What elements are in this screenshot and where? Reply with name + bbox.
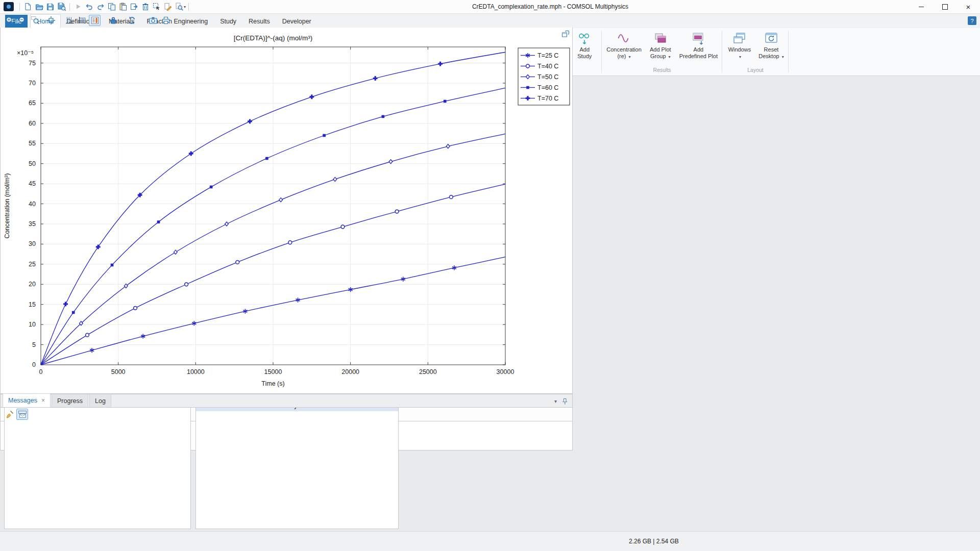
plot-update-button[interactable] bbox=[126, 15, 137, 26]
close-button[interactable]: × bbox=[957, 0, 980, 13]
svg-text:0: 0 bbox=[39, 368, 43, 375]
open-icon bbox=[35, 3, 43, 11]
tabbar-menu-icon[interactable]: ▾ bbox=[554, 398, 557, 404]
add-predefined-plot-button[interactable]: AddPredefined Plot bbox=[676, 29, 721, 67]
new-file-icon bbox=[24, 3, 32, 11]
window-title: CrEDTA_complexation_rate.mph - COMSOL Mu… bbox=[191, 3, 910, 10]
add-plot-group-button[interactable]: Add PlotGroup ▾ bbox=[645, 29, 676, 67]
ribbon-group-label: Layout bbox=[724, 67, 787, 76]
ribbon-tab-results[interactable]: Results bbox=[242, 15, 276, 28]
run-icon bbox=[75, 3, 82, 10]
windows-button[interactable]: Windows ▾ bbox=[724, 29, 755, 67]
save-button[interactable] bbox=[45, 2, 56, 12]
app-icon[interactable] bbox=[4, 2, 14, 11]
windows-icon bbox=[732, 30, 747, 46]
save-as-button[interactable] bbox=[56, 2, 67, 12]
edit-button[interactable] bbox=[162, 2, 173, 12]
title-bar: ▾ CrEDTA_complexation_rate.mph - COMSOL … bbox=[0, 0, 980, 14]
save-icon bbox=[46, 3, 54, 11]
svg-text:25: 25 bbox=[29, 261, 36, 268]
svg-text:45: 45 bbox=[29, 180, 36, 187]
select-icon bbox=[153, 3, 161, 11]
close-icon: × bbox=[966, 3, 971, 11]
svg-text:30000: 30000 bbox=[497, 368, 514, 375]
pin-icon[interactable] bbox=[561, 398, 568, 405]
show-legends-button[interactable] bbox=[89, 15, 101, 26]
svg-text:75: 75 bbox=[29, 60, 36, 67]
ribbon-group-results: Concentration(re) ▾Add PlotGroup ▾AddPre… bbox=[602, 28, 722, 76]
zoom-box-button[interactable] bbox=[29, 15, 41, 26]
svg-text:5: 5 bbox=[32, 341, 36, 348]
messages-tab-messages[interactable]: Messages× bbox=[3, 393, 51, 407]
svg-text:30: 30 bbox=[29, 240, 36, 247]
ribbon-tab-study[interactable]: Study bbox=[214, 15, 242, 28]
svg-text:T=40 C: T=40 C bbox=[537, 63, 558, 70]
paste-icon bbox=[119, 3, 127, 11]
y-axis-manual-button[interactable] bbox=[76, 15, 88, 26]
search-button[interactable] bbox=[174, 2, 184, 12]
ribbon-tab-developer[interactable]: Developer bbox=[276, 15, 317, 28]
svg-text:60: 60 bbox=[29, 120, 36, 127]
messages-tab-progress[interactable]: Progress bbox=[52, 394, 88, 407]
clear-messages-button[interactable] bbox=[4, 409, 15, 420]
copy-button[interactable] bbox=[106, 2, 117, 12]
svg-text:25000: 25000 bbox=[419, 368, 437, 375]
zoom-extents-button[interactable] bbox=[45, 15, 57, 26]
maximize-button[interactable] bbox=[933, 0, 957, 13]
svg-text:40: 40 bbox=[29, 201, 36, 208]
svg-text:[Cr(EDTA)]^-(aq) (mol/m³): [Cr(EDTA)]^-(aq) (mol/m³) bbox=[234, 34, 313, 42]
concentration-re-button[interactable]: Concentration(re) ▾ bbox=[603, 29, 645, 67]
svg-text:0: 0 bbox=[32, 361, 36, 368]
delete-button[interactable] bbox=[140, 2, 151, 12]
image-snapshot-button[interactable] bbox=[147, 15, 159, 26]
svg-text:65: 65 bbox=[29, 99, 36, 107]
undo-icon bbox=[85, 3, 93, 11]
svg-text:20000: 20000 bbox=[341, 368, 359, 375]
print-button[interactable] bbox=[160, 15, 172, 26]
save-as-icon bbox=[58, 3, 66, 11]
duplicate-button[interactable] bbox=[129, 2, 139, 12]
edit-icon bbox=[164, 3, 172, 11]
redo-icon bbox=[96, 3, 105, 11]
chevron-down-icon[interactable]: ▾ bbox=[184, 5, 186, 9]
svg-text:15000: 15000 bbox=[264, 368, 282, 375]
zoom-in-button[interactable] bbox=[4, 15, 15, 26]
svg-text:70: 70 bbox=[29, 80, 36, 87]
svg-text:55: 55 bbox=[29, 140, 36, 147]
comsol-window: ▾ CrEDTA_complexation_rate.mph - COMSOL … bbox=[0, 0, 980, 551]
message-options-button[interactable] bbox=[16, 409, 28, 420]
messages-tab-bar: Messages×ProgressLog ▾ bbox=[0, 394, 573, 408]
open-button[interactable] bbox=[34, 2, 44, 12]
help-button[interactable]: ? bbox=[968, 16, 976, 25]
svg-text:×10⁻⁵: ×10⁻⁵ bbox=[17, 49, 34, 57]
plot-canvas[interactable]: 0500010000150002000025000300000510152025… bbox=[0, 28, 573, 394]
concentration-plot: 0500010000150002000025000300000510152025… bbox=[1, 28, 573, 394]
svg-text:50: 50 bbox=[29, 160, 36, 167]
undo-button[interactable] bbox=[84, 2, 94, 12]
graphics-area: GraphicsConvergence Plot 1×Cr(EDTA)^-aq×… bbox=[0, 0, 573, 451]
maximize-icon bbox=[942, 4, 948, 10]
messages-tab-log[interactable]: Log bbox=[89, 394, 111, 407]
minimize-icon bbox=[919, 7, 924, 7]
plot-group-icon bbox=[653, 30, 668, 46]
delete-icon bbox=[141, 3, 150, 11]
minimize-button[interactable] bbox=[910, 0, 933, 13]
detach-plot-icon[interactable] bbox=[561, 30, 570, 38]
new-file-button[interactable] bbox=[22, 2, 33, 12]
svg-text:15: 15 bbox=[29, 301, 36, 308]
svg-text:Time (s): Time (s) bbox=[261, 380, 284, 387]
paste-button[interactable] bbox=[117, 2, 128, 12]
redo-button[interactable] bbox=[95, 2, 106, 12]
add-study-button[interactable]: AddStudy bbox=[569, 29, 600, 67]
duplicate-icon bbox=[130, 3, 138, 11]
close-tab-icon[interactable]: × bbox=[41, 397, 45, 404]
run-button[interactable] bbox=[72, 2, 83, 12]
svg-text:T=70 C: T=70 C bbox=[537, 95, 558, 102]
lock-axes-button[interactable] bbox=[107, 15, 119, 26]
svg-text:20: 20 bbox=[29, 281, 36, 288]
x-axis-manual-button[interactable] bbox=[63, 15, 75, 26]
svg-text:T=50 C: T=50 C bbox=[537, 73, 558, 81]
reset-desktop-button[interactable]: ResetDesktop ▾ bbox=[755, 29, 787, 67]
select-button[interactable] bbox=[151, 2, 162, 12]
zoom-out-button[interactable] bbox=[16, 15, 28, 26]
